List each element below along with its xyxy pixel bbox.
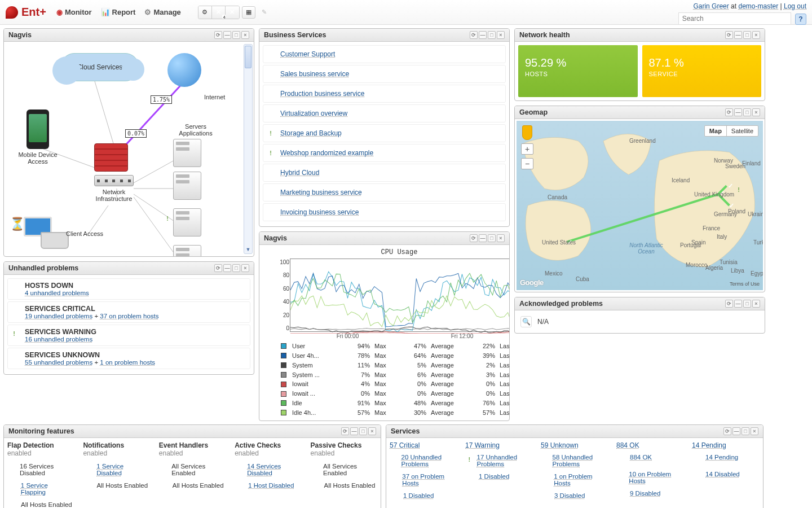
service-stat-link[interactable]: 1 Disabled xyxy=(479,473,509,480)
services-header-link[interactable]: 884 OK xyxy=(616,441,639,449)
service-stat-link[interactable]: 1 on Problem Hosts xyxy=(554,473,608,487)
feature-link[interactable]: 1 Host Disabled xyxy=(248,482,294,489)
map-type-map[interactable]: Map xyxy=(705,126,726,136)
topology-canvas[interactable]: Cloud Services Internet 1.75% 0.07% Mobi… xyxy=(4,42,254,256)
service-link[interactable]: Hybrid Cloud xyxy=(280,169,319,177)
widget-min[interactable]: — xyxy=(734,108,742,116)
service-stat-link[interactable]: 17 Unhandled Problems xyxy=(477,454,533,467)
problem-link[interactable]: 37 on problem hosts xyxy=(100,313,158,319)
map-marker-warn[interactable] xyxy=(734,184,744,195)
widget-max[interactable]: □ xyxy=(742,427,749,435)
tb-wand[interactable]: ✎ xyxy=(258,6,271,19)
widget-max[interactable]: □ xyxy=(232,264,240,272)
service-stat-link[interactable]: 20 Unhandled Problems xyxy=(401,454,457,467)
widget-max[interactable]: □ xyxy=(743,108,751,116)
service-link[interactable]: Sales business service xyxy=(280,70,349,78)
widget-refresh[interactable]: ⟳ xyxy=(214,31,222,39)
services-header-link[interactable]: 17 Warning xyxy=(465,441,500,449)
geomap-canvas[interactable]: GreenlandIcelandNorwaySwedenFinlandUnite… xyxy=(517,121,763,290)
widget-refresh[interactable]: ⟳ xyxy=(723,427,731,435)
widget-max[interactable]: □ xyxy=(359,427,367,435)
widget-min[interactable]: — xyxy=(734,300,742,308)
service-link[interactable]: Webshop randomized example xyxy=(280,149,373,157)
logout-link[interactable]: Log out xyxy=(784,2,806,10)
widget-min[interactable]: — xyxy=(734,31,742,39)
search-input[interactable] xyxy=(678,12,791,25)
widget-refresh[interactable]: ⟳ xyxy=(470,31,478,39)
widget-close[interactable]: × xyxy=(752,108,760,116)
service-link[interactable]: Virtualization overview xyxy=(280,110,347,117)
widget-refresh[interactable]: ⟳ xyxy=(214,264,222,272)
service-stat-link[interactable]: 3 Disabled xyxy=(554,492,585,499)
zoom-in[interactable]: + xyxy=(521,143,533,155)
widget-min[interactable]: — xyxy=(732,427,740,435)
health-service-tile[interactable]: 87.1 % SERVICE xyxy=(642,45,762,97)
tb-alerts[interactable]: 4 xyxy=(212,6,226,19)
widget-close[interactable]: × xyxy=(752,300,760,308)
services-header-link[interactable]: 14 Pending xyxy=(692,441,726,449)
scrollbar[interactable]: ▲▼ xyxy=(244,44,253,254)
health-hosts-tile[interactable]: 95.29 % HOSTS xyxy=(518,45,638,97)
service-stat-link[interactable]: 1 Disabled xyxy=(403,492,434,499)
user-link[interactable]: Garin Greer xyxy=(693,2,729,10)
service-stat-link[interactable]: 884 OK xyxy=(630,454,652,461)
service-link[interactable]: Storage and Backup xyxy=(280,129,342,137)
terms-link[interactable]: Terms of Use xyxy=(730,281,760,287)
problem-link[interactable]: 1 on problem hosts xyxy=(100,359,155,366)
widget-max[interactable]: □ xyxy=(743,300,751,308)
widget-max[interactable]: □ xyxy=(232,31,240,39)
feature-link[interactable]: 1 Service Disabled xyxy=(96,463,150,476)
service-stat-link[interactable]: 10 on Problem Hosts xyxy=(629,471,684,484)
problem-link[interactable]: 4 unhandled problems xyxy=(25,290,89,296)
brand-logo[interactable]: Ent+ xyxy=(6,6,46,19)
services-header-link[interactable]: 57 Critical xyxy=(390,441,420,449)
widget-max[interactable]: □ xyxy=(488,31,496,39)
widget-close[interactable]: × xyxy=(368,427,376,435)
widget-min[interactable]: — xyxy=(479,234,487,242)
widget-refresh[interactable]: ⟳ xyxy=(725,31,733,39)
zoom-out[interactable]: − xyxy=(521,158,533,169)
map-type-satellite[interactable]: Satellite xyxy=(726,126,758,136)
problem-link[interactable]: 19 unhandled problems xyxy=(25,313,92,319)
service-link[interactable]: Customer Support xyxy=(280,50,335,58)
feature-link[interactable]: 14 Services Disabled xyxy=(247,463,301,476)
tb-alerts-2[interactable] xyxy=(226,6,239,19)
service-stat-link[interactable]: 9 Disabled xyxy=(630,490,660,497)
widget-min[interactable]: — xyxy=(223,31,231,39)
tb-settings[interactable]: ⚙ xyxy=(198,6,212,19)
widget-min[interactable]: — xyxy=(350,427,358,435)
nav-manage[interactable]: ⚙Manage xyxy=(144,8,180,16)
service-stat-link[interactable]: 14 Pending xyxy=(705,454,738,461)
feature-link[interactable]: 1 Service Flapping xyxy=(21,482,74,496)
widget-refresh[interactable]: ⟳ xyxy=(470,234,478,242)
host-link[interactable]: demo-master xyxy=(738,2,778,10)
widget-refresh[interactable]: ⟳ xyxy=(725,108,733,116)
nav-report[interactable]: 📊Report xyxy=(101,8,136,16)
widget-min[interactable]: — xyxy=(479,31,487,39)
widget-close[interactable]: × xyxy=(497,31,505,39)
services-header-link[interactable]: 59 Unknown xyxy=(541,441,579,449)
service-stat-link[interactable]: 14 Disabled xyxy=(705,471,740,478)
widget-close[interactable]: × xyxy=(241,264,249,272)
widget-close[interactable]: × xyxy=(497,234,505,242)
service-stat-link[interactable]: 37 on Problem Hosts xyxy=(402,473,457,487)
problem-link[interactable]: 16 unhandled problems xyxy=(25,336,92,343)
service-link[interactable]: Production business service xyxy=(280,90,364,98)
widget-max[interactable]: □ xyxy=(488,234,496,242)
service-link[interactable]: Marketing business service xyxy=(280,189,362,196)
problem-link[interactable]: 55 unhandled problems xyxy=(25,359,92,366)
nav-monitor[interactable]: ◉Monitor xyxy=(56,8,92,16)
widget-close[interactable]: × xyxy=(241,31,249,39)
widget-close[interactable]: × xyxy=(752,31,760,39)
widget-min[interactable]: — xyxy=(223,264,231,272)
search-icon[interactable]: 🔍 xyxy=(520,316,532,327)
widget-refresh[interactable]: ⟳ xyxy=(725,300,733,308)
service-stat-link[interactable]: 58 Unhandled Problems xyxy=(553,454,608,467)
widget-close[interactable]: × xyxy=(751,427,758,435)
widget-max[interactable]: □ xyxy=(743,31,751,39)
service-link[interactable]: Invoicing business service xyxy=(280,208,359,216)
help-button[interactable]: ? xyxy=(795,14,806,25)
widget-refresh[interactable]: ⟳ xyxy=(341,427,349,435)
tb-grid[interactable]: ▦ xyxy=(242,6,255,19)
pegman-icon[interactable] xyxy=(522,125,532,140)
